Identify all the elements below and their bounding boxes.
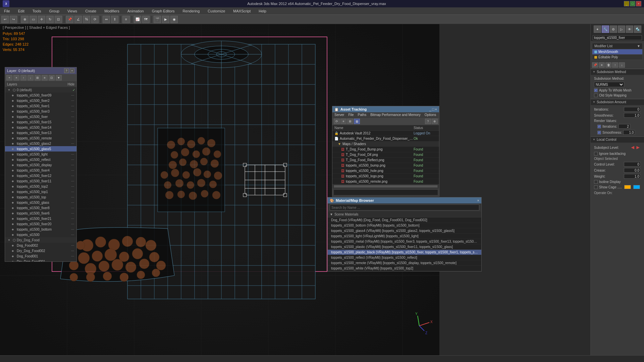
- layer-item[interactable]: ◆toppets_sl1500_fixer4—: [5, 168, 76, 173]
- layer-item[interactable]: ◆toppets_sl1500_fixer12—: [5, 173, 76, 178]
- rp-tab-hierarchy[interactable]: ⚙: [610, 25, 617, 33]
- layer-visibility-icon[interactable]: —: [71, 158, 75, 161]
- menu-help[interactable]: Help: [257, 8, 268, 14]
- move-up-mod-button[interactable]: ↑: [612, 62, 618, 68]
- layer-item[interactable]: ◆toppets_sl1500_fixer13—: [5, 130, 76, 135]
- material-panel-buttons[interactable]: ×: [477, 198, 479, 202]
- layer-item[interactable]: ◆toppets_sl1500_top1—: [5, 189, 76, 194]
- layer-item[interactable]: ◆toppets_sl1500_reflect—: [5, 157, 76, 162]
- asset-refresh-button[interactable]: ⟳: [334, 119, 340, 124]
- layer-item[interactable]: ◆toppets_sl1500_light—: [5, 152, 76, 157]
- asset-menu-bitmap[interactable]: Bitmap Performance and Memory: [370, 113, 421, 117]
- asset-item[interactable]: 🖼T_Dog_Food_Dif.pngFound: [332, 152, 439, 158]
- asset-list[interactable]: 🔒Autodesk Vault 2012Logged On📄Automatic_…: [332, 131, 439, 184]
- layer-visibility-icon[interactable]: —: [71, 195, 75, 199]
- layer-visibility-icon[interactable]: —: [71, 201, 75, 204]
- asset-detail-button[interactable]: ▦: [354, 119, 360, 124]
- render-iterations-checkbox[interactable]: ✓: [597, 125, 601, 128]
- rp-tab-create[interactable]: ✦: [594, 25, 601, 33]
- layer-item[interactable]: ◆toppets_sl1500_fixer8—: [5, 205, 76, 210]
- layer-item[interactable]: ◆toppets_sl1500_fixer09—: [5, 93, 76, 98]
- material-item[interactable]: toppets_sl1500_remote (VRayMtl) [toppets…: [328, 260, 481, 266]
- close-button[interactable]: ×: [636, 1, 641, 6]
- layer-item[interactable]: ◆toppets_sl1500_fixer6—: [5, 210, 76, 216]
- asset-menu-file[interactable]: File: [348, 113, 354, 117]
- layers-filter-button[interactable]: ▼: [56, 75, 62, 80]
- material-item[interactable]: Dog_Food (VRayMtl) [Dog_Food, Dog_Food00…: [328, 218, 481, 223]
- layer-visibility-icon[interactable]: —: [71, 185, 75, 188]
- tb-render-setup[interactable]: 🎬: [154, 16, 161, 23]
- layer-item[interactable]: ◆toppets_sl1500_fixer1—: [5, 103, 76, 109]
- tb-angle-snap[interactable]: ∠: [74, 16, 82, 23]
- layers-delete-button[interactable]: ×: [13, 75, 19, 80]
- tb-move[interactable]: ✛: [38, 16, 45, 23]
- layers-select-button[interactable]: ⊡: [49, 75, 55, 80]
- layer-item[interactable]: ◆toppets_sl1500_fixer15—: [5, 119, 76, 125]
- apply-whole-mesh-checkbox[interactable]: ✓: [594, 88, 598, 92]
- asset-menu-paths[interactable]: Paths: [358, 113, 367, 117]
- asset-scrollbar[interactable]: [332, 184, 439, 188]
- tb-schematic[interactable]: 🗺: [142, 16, 150, 23]
- layers-merge-button[interactable]: ⊞: [35, 75, 41, 80]
- menu-edit[interactable]: Edit: [17, 8, 26, 14]
- layer-item[interactable]: ▼⬡0 (default)✓: [5, 87, 76, 93]
- rp-tab-utilities[interactable]: 🔩: [634, 25, 641, 33]
- window-controls[interactable]: _ □ ×: [624, 1, 641, 6]
- ignore-backfacing-checkbox[interactable]: [594, 152, 598, 156]
- layer-item[interactable]: ◆toppets_sl1500_fixer20—: [5, 221, 76, 227]
- layer-visibility-icon[interactable]: —: [71, 244, 75, 247]
- layer-visibility-icon[interactable]: —: [71, 179, 75, 183]
- layer-item[interactable]: ◆toppets_sl1500_fixer3—: [5, 109, 76, 114]
- layer-visibility-icon[interactable]: —: [71, 147, 75, 150]
- material-item[interactable]: toppets_sl1500_light (VRayLightMtl) [top…: [328, 234, 481, 239]
- layer-item[interactable]: ◆toppets_sl1500_fixer14—: [5, 125, 76, 130]
- material-item[interactable]: toppets_sl1500_glass4 (VRayMtl) [toppets…: [328, 228, 481, 234]
- menu-file[interactable]: File: [3, 8, 11, 14]
- layer-visibility-icon[interactable]: —: [71, 212, 75, 215]
- asset-item[interactable]: ▼Maps / Shaders: [332, 141, 439, 147]
- minimize-button[interactable]: _: [624, 1, 629, 6]
- asset-item[interactable]: 🖼T_Dog_Food_Bump.pngFound: [332, 147, 439, 152]
- subject-level-arrows[interactable]: ◄►: [630, 144, 641, 150]
- asset-item[interactable]: 🖼toppets_sl1500_logo.pngFound: [332, 174, 439, 179]
- material-close-button[interactable]: ×: [477, 198, 479, 202]
- asset-expand-button[interactable]: ⊕: [432, 119, 438, 124]
- layers-move-down-button[interactable]: ↓: [28, 75, 34, 80]
- layer-item[interactable]: ◆toppets_sl1500_glass—: [5, 200, 76, 205]
- menu-animation[interactable]: Animation: [126, 8, 145, 14]
- layer-visibility-icon[interactable]: —: [71, 249, 75, 252]
- layer-visibility-icon[interactable]: —: [71, 110, 75, 113]
- modifier-list-dropdown[interactable]: ▼: [637, 44, 640, 48]
- layer-visibility-icon[interactable]: —: [71, 136, 75, 140]
- material-item[interactable]: toppets_sl1500_plastic (VRayMtl) [toppet…: [328, 244, 481, 250]
- asset-minimize-button[interactable]: _: [429, 107, 431, 111]
- layers-close-button[interactable]: ×: [70, 68, 74, 73]
- layer-item[interactable]: ◆toppets_sl1500_top—: [5, 194, 76, 200]
- menu-tools[interactable]: Tools: [31, 8, 43, 14]
- asset-panel-buttons[interactable]: _ □ ×: [429, 107, 437, 111]
- tb-mirror[interactable]: ⇔: [103, 16, 110, 23]
- layer-item[interactable]: ◆toppets_sl1500_fixer—: [5, 114, 76, 119]
- material-item[interactable]: toppets_sl1500_reflect (VRayMtl) [toppet…: [328, 255, 481, 260]
- modifier-meshsmooth[interactable]: MeshSmooth: [592, 49, 643, 55]
- rp-tab-display[interactable]: 👁: [626, 25, 633, 33]
- layer-item[interactable]: ▼⬡Dry_Dog_Food: [5, 237, 76, 243]
- layer-item[interactable]: ◆toppets_sl1500_glass5—: [5, 146, 76, 152]
- tb-layer-mgr[interactable]: ≡: [122, 16, 130, 23]
- asset-item[interactable]: 🖼T_Dog_Food_Reflect.pngFound: [332, 158, 439, 163]
- layer-item[interactable]: ◆toppets_sl1500—: [5, 232, 76, 237]
- layer-item[interactable]: ◆Dry_Dog_Food002—: [5, 248, 76, 253]
- layer-item[interactable]: ◆toppets_sl1500_glass2—: [5, 141, 76, 146]
- rp-tab-modify[interactable]: 🔧: [602, 25, 609, 33]
- layers-option-button[interactable]: ≡: [42, 75, 48, 80]
- rp-tab-motion[interactable]: ▷: [618, 25, 625, 33]
- crease-input[interactable]: [624, 168, 641, 173]
- menu-views[interactable]: Views: [66, 8, 78, 14]
- asset-item[interactable]: 🖼toppets_sl1500_hole.pngFound: [332, 168, 439, 174]
- layer-visibility-icon[interactable]: —: [71, 115, 75, 118]
- tb-rotate[interactable]: ↻: [46, 16, 54, 23]
- layer-visibility-icon[interactable]: —: [71, 104, 75, 108]
- layer-visibility-icon[interactable]: —: [71, 260, 75, 261]
- layer-visibility-icon[interactable]: —: [71, 174, 75, 177]
- tb-scale[interactable]: ⊡: [55, 16, 62, 23]
